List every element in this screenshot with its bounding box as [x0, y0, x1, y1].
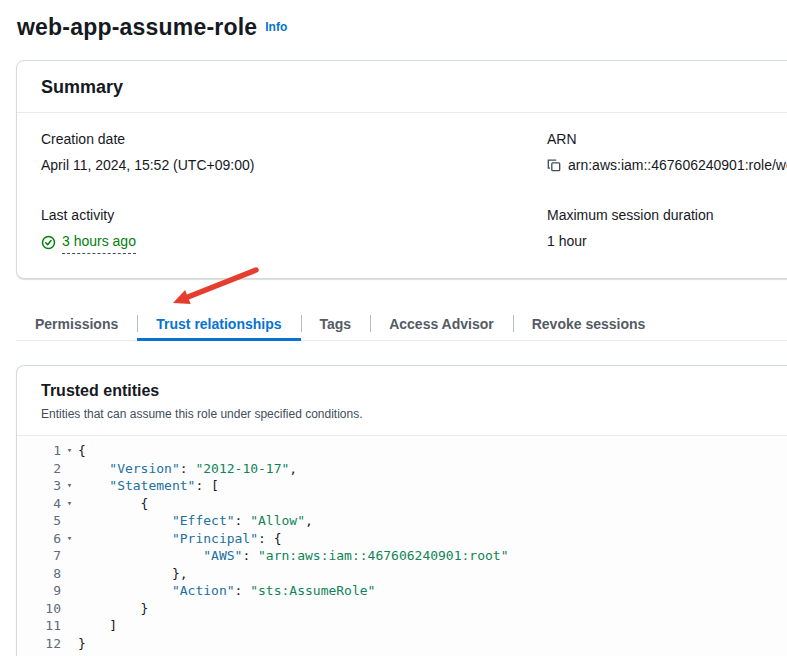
code-text: }: [78, 600, 148, 618]
code-line: 7 "AWS": "arn:aws:iam::467606240901:root…: [17, 547, 787, 565]
trusted-entities-title: Trusted entities: [41, 382, 787, 400]
code-text: {: [78, 442, 86, 460]
code-line: 1▾{: [17, 442, 787, 460]
max-session-value: 1 hour: [547, 231, 787, 251]
trusted-entities-card: Trusted entities Entities that can assum…: [16, 365, 787, 656]
code-line: 3▾ "Statement": [: [17, 477, 787, 495]
info-link[interactable]: Info: [265, 20, 287, 34]
tab-label: Permissions: [35, 316, 118, 332]
code-text: "Action": "sts:AssumeRole": [78, 582, 375, 600]
last-activity-label: Last activity: [41, 205, 547, 225]
fold-spacer: [61, 565, 78, 583]
max-session-label: Maximum session duration: [547, 205, 787, 225]
arn-value: arn:aws:iam::467606240901:role/web: [568, 155, 787, 175]
tab-trust-relationships[interactable]: Trust relationships: [137, 307, 300, 340]
code-text: "Statement": [: [78, 477, 219, 495]
page-header: web-app-assume-role Info: [0, 0, 787, 42]
code-text: {: [78, 495, 148, 513]
field-last-activity: Last activity 3 hours ago: [41, 205, 547, 254]
code-text: "AWS": "arn:aws:iam::467606240901:root": [78, 547, 508, 565]
line-number: 2: [17, 460, 61, 478]
line-number: 6: [17, 530, 61, 548]
fold-spacer: [61, 635, 78, 653]
tab-label: Tags: [320, 316, 352, 332]
fold-caret-icon[interactable]: ▾: [61, 530, 78, 548]
code-text: },: [78, 565, 188, 583]
line-number: 12: [17, 635, 61, 653]
code-text: }: [78, 635, 86, 653]
summary-card-header: Summary: [17, 61, 787, 113]
fold-spacer: [61, 617, 78, 635]
code-line: 2 "Version": "2012-10-17",: [17, 460, 787, 478]
last-activity-value-row: 3 hours ago: [41, 231, 547, 254]
line-number: 1: [17, 442, 61, 460]
line-number: 10: [17, 600, 61, 618]
creation-date-value: April 11, 2024, 15:52 (UTC+09:00): [41, 155, 547, 175]
code-text: ]: [78, 617, 117, 635]
summary-card: Summary Creation date April 11, 2024, 15…: [16, 60, 787, 279]
line-number: 11: [17, 617, 61, 635]
iam-role-page: web-app-assume-role Info Summary Creatio…: [0, 0, 787, 656]
code-text: "Effect": "Allow",: [78, 512, 313, 530]
code-text: "Principal": {: [78, 530, 282, 548]
check-circle-icon: [41, 235, 56, 250]
line-number: 9: [17, 582, 61, 600]
code-line: 8 },: [17, 565, 787, 583]
arn-value-row: arn:aws:iam::467606240901:role/web: [547, 155, 787, 175]
tab-label: Trust relationships: [156, 316, 281, 332]
page-title: web-app-assume-role: [17, 12, 257, 42]
tab-revoke-sessions[interactable]: Revoke sessions: [513, 307, 665, 340]
tab-label: Revoke sessions: [532, 316, 646, 332]
creation-date-label: Creation date: [41, 129, 547, 149]
arn-label: ARN: [547, 129, 787, 149]
fold-caret-icon[interactable]: ▾: [61, 477, 78, 495]
code-editor: 1▾{2 "Version": "2012-10-17",3▾ "Stateme…: [17, 435, 787, 656]
code-text: "Version": "2012-10-17",: [78, 460, 297, 478]
trusted-entities-header: Trusted entities Entities that can assum…: [17, 366, 787, 435]
role-tabs: PermissionsTrust relationshipsTagsAccess…: [16, 307, 787, 341]
line-number: 4: [17, 495, 61, 513]
field-creation-date: Creation date April 11, 2024, 15:52 (UTC…: [41, 129, 547, 175]
fold-spacer: [61, 600, 78, 618]
tab-permissions[interactable]: Permissions: [16, 307, 137, 340]
line-number: 5: [17, 512, 61, 530]
code-line: 6▾ "Principal": {: [17, 530, 787, 548]
field-arn: ARN arn:aws:iam::467606240901:role/web: [547, 129, 787, 175]
code-line: 10 }: [17, 600, 787, 618]
code-line: 12}: [17, 635, 787, 653]
field-max-session-duration: Maximum session duration 1 hour: [547, 205, 787, 254]
copy-icon[interactable]: [547, 158, 561, 172]
code-line: 9 "Action": "sts:AssumeRole": [17, 582, 787, 600]
fold-spacer: [61, 512, 78, 530]
last-activity-value[interactable]: 3 hours ago: [62, 231, 136, 254]
tab-label: Access Advisor: [389, 316, 494, 332]
line-number: 8: [17, 565, 61, 583]
summary-body: Creation date April 11, 2024, 15:52 (UTC…: [17, 113, 787, 278]
line-number: 7: [17, 547, 61, 565]
tab-tags[interactable]: Tags: [301, 307, 371, 340]
code-line: 11 ]: [17, 617, 787, 635]
trusted-entities-description: Entities that can assume this role under…: [41, 406, 787, 422]
fold-caret-icon[interactable]: ▾: [61, 495, 78, 513]
code-line: 4▾ {: [17, 495, 787, 513]
fold-spacer: [61, 547, 78, 565]
line-number: 3: [17, 477, 61, 495]
tab-access-advisor[interactable]: Access Advisor: [370, 307, 513, 340]
summary-title: Summary: [41, 77, 787, 98]
fold-spacer: [61, 582, 78, 600]
fold-caret-icon[interactable]: ▾: [61, 442, 78, 460]
fold-spacer: [61, 460, 78, 478]
code-line: 5 "Effect": "Allow",: [17, 512, 787, 530]
